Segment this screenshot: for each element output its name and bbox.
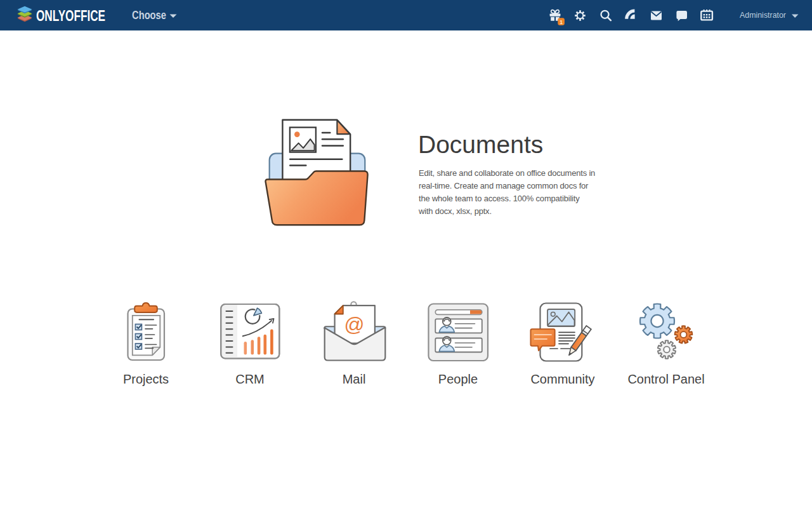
svg-text:@: @ [344,313,365,336]
svg-text:Administrator: Administrator [740,10,787,20]
svg-text:1: 1 [560,19,563,25]
svg-text:Choose: Choose [132,8,166,22]
svg-text:ONLYOFFICE: ONLYOFFICE [36,8,105,24]
